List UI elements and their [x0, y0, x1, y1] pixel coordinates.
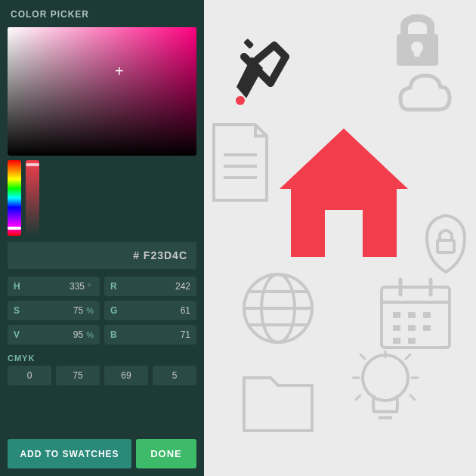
svg-rect-21: [393, 312, 400, 318]
gradient-picker[interactable]: [8, 27, 196, 156]
svg-point-29: [363, 355, 408, 400]
h-unit: °: [88, 282, 94, 291]
s-value: 75: [26, 305, 83, 316]
sliders-area: [0, 156, 204, 239]
calendar-icon: [382, 280, 450, 348]
alpha-slider[interactable]: [26, 160, 39, 236]
hue-thumb: [8, 227, 21, 230]
b-input-group[interactable]: B 71: [104, 325, 196, 345]
svg-marker-8: [280, 128, 408, 189]
s-unit: %: [86, 306, 94, 315]
h-label: H: [14, 281, 23, 292]
svg-line-36: [406, 354, 410, 359]
s-label: S: [14, 305, 23, 316]
hsv-row-3: V 95 % B 71: [8, 325, 196, 345]
v-label: V: [14, 329, 23, 340]
cmyk-row: 0 75 69 5: [0, 366, 204, 391]
s-input-group[interactable]: S 75 %: [8, 301, 100, 320]
r-label: R: [110, 281, 119, 292]
panel-header: COLOR PICKER: [0, 0, 204, 27]
h-value: 335: [26, 281, 85, 292]
r-input-group[interactable]: R 242: [104, 277, 196, 296]
svg-line-38: [410, 395, 415, 400]
add-to-swatches-button[interactable]: ADD TO SWATCHES: [8, 439, 131, 468]
h-input-group[interactable]: H 335 °: [8, 277, 100, 296]
cloud-icon: [400, 76, 450, 110]
icons-svg: [204, 0, 476, 476]
svg-rect-10: [325, 210, 363, 257]
cmyk-m[interactable]: 75: [56, 366, 100, 385]
cmyk-c[interactable]: 0: [8, 366, 51, 385]
hsv-row-1: H 335 ° R 242: [8, 277, 196, 296]
b-value: 71: [122, 329, 190, 340]
svg-line-35: [360, 354, 365, 359]
svg-rect-11: [437, 240, 454, 252]
done-button[interactable]: DONE: [136, 439, 196, 468]
globe-icon: [244, 274, 312, 342]
icons-area: [204, 0, 476, 476]
b-label: B: [110, 329, 119, 340]
alpha-thumb: [26, 163, 39, 166]
v-value: 95: [26, 329, 83, 340]
svg-rect-24: [393, 325, 400, 331]
cmyk-y[interactable]: 69: [104, 366, 148, 385]
house-icon: [280, 128, 408, 257]
svg-rect-26: [423, 325, 431, 331]
document-icon: [214, 125, 267, 200]
hex-display[interactable]: # F23D4C: [8, 242, 196, 269]
color-picker-panel: COLOR PICKER # F23D4C H 335 ° R 242: [0, 0, 204, 476]
g-value: 61: [122, 305, 190, 316]
hue-slider[interactable]: [8, 160, 21, 236]
lock-icon: [397, 18, 438, 66]
v-unit: %: [86, 330, 94, 339]
svg-rect-23: [423, 312, 431, 318]
svg-rect-22: [408, 312, 416, 318]
g-label: G: [110, 305, 119, 316]
svg-rect-4: [414, 48, 420, 57]
hex-value: # F23D4C: [133, 249, 187, 261]
svg-rect-27: [393, 338, 400, 344]
eyedropper-icon: [236, 39, 286, 105]
svg-rect-25: [408, 325, 416, 331]
svg-point-1: [236, 96, 245, 105]
r-value: 242: [122, 281, 190, 292]
cmyk-label: CMYK: [0, 351, 204, 366]
crosshair[interactable]: [117, 69, 128, 79]
svg-line-37: [356, 395, 360, 400]
panel-title: COLOR PICKER: [11, 9, 89, 20]
buttons-row: ADD TO SWATCHES DONE: [0, 433, 204, 476]
hsv-row-2: S 75 % G 61: [8, 301, 196, 320]
lightbulb-icon: [353, 351, 418, 418]
brightness-gradient: [8, 27, 196, 156]
folder-icon: [244, 378, 312, 431]
svg-rect-28: [408, 338, 416, 344]
v-input-group[interactable]: V 95 %: [8, 325, 100, 345]
inputs-section: H 335 ° R 242 S 75 % G 61 V 95: [0, 275, 204, 351]
cmyk-k[interactable]: 5: [153, 366, 196, 385]
shield-icon: [427, 215, 465, 272]
g-input-group[interactable]: G 61: [104, 301, 196, 320]
svg-rect-0: [243, 39, 254, 49]
